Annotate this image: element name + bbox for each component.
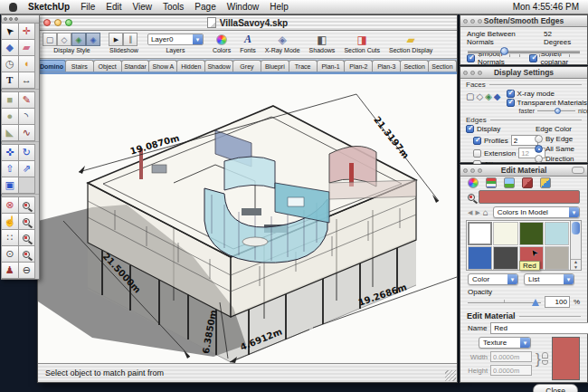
close-button[interactable]: [43, 19, 51, 26]
panel-zoom-button[interactable]: [478, 168, 482, 173]
color-wheel-icon[interactable]: [468, 177, 479, 188]
position-camera-tool[interactable]: ♟: [1, 262, 19, 279]
color-sliders-icon[interactable]: [486, 177, 497, 188]
brick-icon[interactable]: [522, 177, 533, 188]
angle-slider-thumb[interactable]: [500, 47, 508, 55]
zoom-previous-tool[interactable]: [18, 245, 36, 263]
tab-plan-2[interactable]: Plan-2: [344, 60, 373, 72]
wireframe-style-button[interactable]: ▢: [43, 33, 57, 46]
menu-clock[interactable]: Mon 4:55:46 PM: [513, 2, 579, 12]
image-icon[interactable]: [504, 177, 515, 188]
color-dropdown[interactable]: Color ▼: [468, 273, 518, 285]
eraser-tool[interactable]: ▰: [18, 39, 36, 56]
axes-tool[interactable]: ✛: [18, 23, 36, 40]
list-dropdown[interactable]: List ▼: [524, 273, 574, 285]
back-arrow-icon[interactable]: ◀: [468, 209, 472, 216]
colors-icon[interactable]: [216, 34, 227, 45]
panel-close-button[interactable]: [463, 168, 468, 173]
soften-coplanar-checkbox[interactable]: [529, 54, 537, 62]
textured-face-icon[interactable]: ◆: [494, 91, 501, 101]
zoom-window-tool[interactable]: [18, 213, 36, 230]
menu-page[interactable]: Page: [194, 2, 215, 12]
direction-radio[interactable]: [535, 155, 543, 163]
window-titlebar[interactable]: VillaSavoy4.skp: [38, 15, 457, 31]
panel-minimize-button[interactable]: [470, 71, 475, 75]
section-cuts-icon[interactable]: ◨: [357, 34, 367, 45]
tab-grey[interactable]: Grey: [232, 60, 261, 72]
texture-palette-icon[interactable]: [540, 177, 551, 188]
pan-tool[interactable]: ☝: [1, 213, 19, 230]
opacity-input[interactable]: [545, 296, 570, 308]
material-preview-swatch[interactable]: [552, 337, 580, 380]
zoom-button[interactable]: [65, 19, 72, 26]
menu-help[interactable]: Help: [270, 2, 289, 12]
rectangle-tool[interactable]: ■: [1, 91, 19, 109]
resize-grip[interactable]: [445, 370, 456, 381]
dimension-tool[interactable]: ↔: [18, 72, 36, 89]
move-tool[interactable]: ✜: [1, 144, 19, 161]
scrollbar-thumb[interactable]: [572, 222, 580, 234]
minimize-button[interactable]: [54, 19, 62, 26]
panel-minimize-button[interactable]: [470, 168, 475, 173]
panel-zoom-button[interactable]: [478, 71, 482, 75]
transparent-materials-option[interactable]: Transparent Materials: [507, 99, 588, 107]
extension-option[interactable]: Extension: [466, 148, 531, 158]
edit-material-titlebar[interactable]: Edit Material: [460, 165, 587, 177]
profiles-option[interactable]: Profiles: [466, 135, 531, 146]
material-name-input[interactable]: [490, 322, 588, 334]
material-swatch-2[interactable]: [519, 222, 544, 245]
by-edge-option[interactable]: By Edge: [535, 135, 582, 143]
xray-mode-option[interactable]: X-ray mode: [507, 90, 588, 98]
tab-plan-3[interactable]: Plan-3: [372, 60, 401, 72]
width-input[interactable]: [490, 351, 532, 362]
direction-option[interactable]: Direction: [535, 155, 582, 163]
model-viewport[interactable]: 19.0870m 21.3197m 21.5000m 6.3850m 4.691…: [38, 74, 457, 363]
edges-display-checkbox[interactable]: [466, 125, 474, 133]
scroll-down-icon[interactable]: ▼: [574, 265, 578, 271]
circle-tool[interactable]: ●: [1, 108, 19, 125]
hidden-line-style-button[interactable]: ◇: [57, 33, 71, 46]
fonts-icon[interactable]: A: [244, 33, 251, 46]
panel-collapse-widget[interactable]: [572, 167, 584, 174]
zoom-extents-tool[interactable]: [18, 229, 36, 246]
quality-slider-thumb[interactable]: [555, 108, 561, 114]
panel-minimize-button[interactable]: [470, 19, 475, 24]
line-tool[interactable]: ✎: [18, 91, 36, 109]
menu-tools[interactable]: Tools: [163, 2, 184, 12]
forward-arrow-icon[interactable]: ▶: [475, 209, 479, 216]
soften-titlebar[interactable]: Soften/Smooth Edges: [460, 15, 587, 27]
palette-zoom-button[interactable]: [14, 17, 18, 21]
opacity-slider[interactable]: [468, 298, 541, 307]
xray-mode-icon[interactable]: ◈: [279, 34, 287, 45]
palette-minimize-button[interactable]: [9, 17, 13, 21]
material-swatch-1[interactable]: [493, 222, 517, 245]
select-tool[interactable]: ➤: [1, 23, 19, 40]
by-edge-radio[interactable]: [535, 135, 543, 143]
orbit-tool[interactable]: ⊗: [1, 196, 19, 214]
tab-section[interactable]: Section: [428, 60, 457, 72]
push-pull-tool[interactable]: ⇧: [1, 160, 19, 177]
panel-close-button[interactable]: [463, 19, 468, 24]
tab-stairs[interactable]: Stairs: [65, 60, 94, 72]
walk-tool[interactable]: ∷: [1, 229, 19, 246]
section-display-icon[interactable]: ▰: [407, 34, 415, 45]
tab-show-a[interactable]: Show A: [148, 60, 177, 72]
swatch-scrollbar[interactable]: ▲▼: [571, 220, 582, 271]
menu-sketchup[interactable]: SketchUp: [28, 2, 70, 12]
shaded-style-button[interactable]: ◈: [71, 33, 86, 46]
menu-view[interactable]: View: [132, 2, 152, 12]
tab-bluepri[interactable]: Bluepri: [261, 60, 289, 72]
material-swatch-4[interactable]: [468, 246, 492, 270]
material-library-dropdown[interactable]: Colors In Model ▼: [493, 206, 580, 218]
menu-file[interactable]: File: [81, 2, 95, 12]
textured-style-button[interactable]: ◈: [86, 33, 100, 46]
tab-shadow[interactable]: Shadow: [204, 60, 233, 72]
look-around-tool[interactable]: ⊙: [1, 245, 19, 263]
pause-button[interactable]: ║: [123, 33, 138, 46]
polygon-tool[interactable]: ◣: [1, 124, 19, 141]
material-swatch-5[interactable]: [493, 246, 517, 270]
offset-tool[interactable]: ▣: [1, 177, 19, 194]
play-button[interactable]: ▶: [109, 33, 123, 46]
apple-menu-icon[interactable]: [9, 3, 17, 12]
tab-object[interactable]: Object: [93, 60, 122, 72]
